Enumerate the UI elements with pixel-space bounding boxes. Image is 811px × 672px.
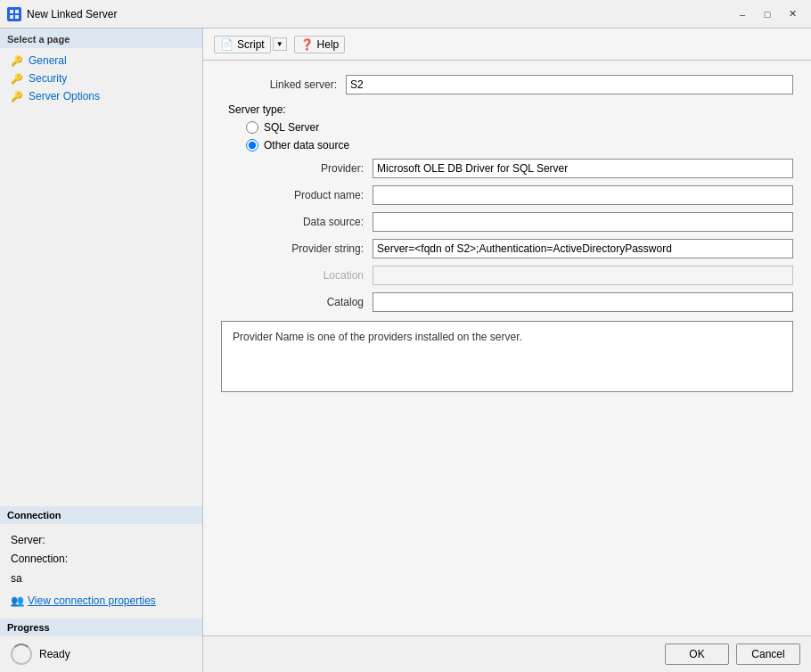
connection-section: Connection Server: Connection: sa 👥 View… (0, 506, 202, 619)
provider-string-row: Provider string: (274, 239, 793, 258)
location-label: Location (274, 269, 373, 282)
close-button[interactable]: ✕ (781, 5, 804, 23)
sidebar: Select a page 🔑 General 🔑 Security 🔑 Ser… (0, 29, 203, 672)
general-icon: 🔑 (11, 55, 23, 67)
product-name-row: Product name: (274, 185, 793, 205)
data-source-label: Data source: (274, 216, 373, 228)
catalog-label: Catalog (274, 296, 373, 308)
select-page-header: Select a page (0, 29, 202, 48)
server-options-icon: 🔑 (11, 91, 23, 102)
provider-string-label: Provider string: (274, 242, 373, 255)
svg-rect-1 (15, 10, 19, 13)
content-panel: 📄 Script ▼ ❓ Help Linked server: Server … (203, 29, 811, 672)
view-connection-properties-link[interactable]: 👥 View connection properties (11, 592, 192, 611)
provider-label: Provider: (274, 162, 373, 175)
catalog-input[interactable] (373, 292, 793, 312)
ok-button[interactable]: OK (665, 643, 729, 665)
linked-server-label: Linked server: (221, 78, 346, 91)
connection-label: Connection: (11, 550, 192, 570)
security-icon: 🔑 (11, 73, 23, 85)
location-input[interactable] (373, 266, 793, 285)
connection-link-icon: 👥 (11, 592, 24, 611)
server-type-section: Server type: SQL Server Other data sourc… (221, 103, 793, 152)
title-bar: New Linked Server – □ ✕ (0, 0, 811, 29)
other-data-source-radio-row: Other data source (246, 139, 793, 152)
data-source-row: Data source: (274, 212, 793, 232)
sql-server-radio[interactable] (246, 121, 258, 134)
linked-server-row: Linked server: (221, 75, 793, 94)
location-row: Location (274, 266, 793, 285)
help-icon: ❓ (300, 38, 314, 51)
sidebar-item-security-label: Security (29, 72, 67, 85)
main-container: Select a page 🔑 General 🔑 Security 🔑 Ser… (0, 29, 811, 672)
app-icon (7, 7, 21, 21)
other-data-source-label: Other data source (264, 139, 349, 152)
script-button[interactable]: 📄 Script (214, 36, 271, 53)
help-label: Help (317, 38, 340, 51)
provider-select-wrapper: Microsoft OLE DB Driver for SQL Server S… (373, 159, 793, 178)
sql-server-label: SQL Server (264, 121, 319, 134)
svg-rect-0 (10, 10, 13, 13)
svg-rect-3 (15, 15, 19, 19)
provider-row: Provider: Microsoft OLE DB Driver for SQ… (274, 159, 793, 178)
sql-server-radio-row: SQL Server (246, 121, 793, 134)
radio-group: SQL Server Other data source (246, 121, 793, 152)
connection-header: Connection (0, 506, 202, 524)
info-text: Provider Name is one of the providers in… (233, 331, 522, 343)
linked-server-input[interactable] (346, 75, 793, 94)
server-type-label: Server type: (228, 103, 793, 116)
other-data-source-radio[interactable] (246, 139, 258, 152)
sidebar-item-general[interactable]: 🔑 General (0, 52, 202, 70)
dialog-title: New Linked Server (27, 8, 731, 20)
script-dropdown-arrow[interactable]: ▼ (273, 37, 287, 51)
product-name-label: Product name: (274, 189, 373, 201)
toolbar: 📄 Script ▼ ❓ Help (203, 29, 811, 61)
sidebar-item-server-options-label: Server Options (29, 90, 100, 102)
progress-header: Progress (0, 619, 202, 636)
progress-content: Ready (0, 636, 202, 672)
provider-string-input[interactable] (373, 239, 793, 258)
sidebar-item-general-label: General (29, 54, 67, 67)
window-controls: – □ ✕ (731, 5, 804, 23)
provider-select[interactable]: Microsoft OLE DB Driver for SQL Server S… (373, 159, 793, 178)
maximize-button[interactable]: □ (756, 5, 779, 23)
sidebar-items: 🔑 General 🔑 Security 🔑 Server Options (0, 48, 202, 109)
info-box: Provider Name is one of the providers in… (221, 321, 793, 392)
catalog-row: Catalog (274, 292, 793, 312)
minimize-button[interactable]: – (731, 5, 754, 23)
progress-status: Ready (39, 648, 70, 660)
script-label: Script (237, 38, 265, 51)
sidebar-item-server-options[interactable]: 🔑 Server Options (0, 87, 202, 105)
provider-group: Provider: Microsoft OLE DB Driver for SQ… (274, 159, 793, 312)
script-icon: 📄 (220, 38, 233, 51)
product-name-input[interactable] (373, 185, 793, 205)
connection-value: sa (11, 570, 192, 589)
help-button[interactable]: ❓ Help (294, 36, 346, 53)
connection-content: Server: Connection: sa 👥 View connection… (0, 524, 202, 619)
bottom-bar: OK Cancel (203, 635, 811, 672)
data-source-input[interactable] (373, 212, 793, 232)
script-toolbar-group: 📄 Script ▼ (214, 36, 287, 53)
progress-spinner (11, 643, 32, 665)
form-area: Linked server: Server type: SQL Server O… (203, 61, 811, 635)
view-connection-label: View connection properties (28, 592, 156, 611)
svg-rect-2 (10, 15, 13, 19)
cancel-button[interactable]: Cancel (736, 643, 800, 665)
sidebar-item-security[interactable]: 🔑 Security (0, 70, 202, 87)
server-label: Server: (11, 531, 192, 551)
